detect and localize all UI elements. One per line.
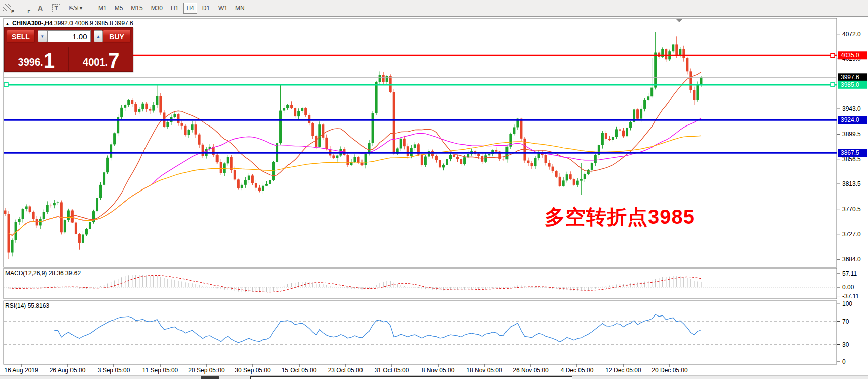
svg-text:3924.0: 3924.0 (841, 116, 859, 123)
one-click-trade-panel: SELL ▼ ▲ BUY 3996. 1 4001. 7 (4, 27, 133, 72)
text-label-button[interactable]: A (33, 2, 48, 15)
time-label: 15 Oct 05:00 (282, 367, 317, 374)
sell-button[interactable]: SELL (7, 30, 35, 43)
time-label: 20 Sep 05:00 (188, 367, 225, 374)
timeframe-button-H4[interactable]: H4 (183, 3, 197, 14)
svg-text:-37.11: -37.11 (842, 293, 859, 300)
svg-text:3943.0: 3943.0 (842, 105, 861, 112)
svg-text:3813.5: 3813.5 (842, 180, 861, 187)
price-axis: 4072.04029.03943.03899.53856.53813.53770… (837, 31, 867, 263)
buy-button[interactable]: BUY (103, 30, 131, 43)
time-label: 16 Aug 2019 (4, 367, 38, 374)
chart-symbol: CHINA300-,H4 (12, 20, 53, 27)
svg-text:0: 0 (842, 358, 846, 365)
svg-text:3867.5: 3867.5 (841, 149, 859, 156)
time-label: 26 Aug 05:00 (50, 367, 86, 374)
timeframe-button-M30[interactable]: M30 (148, 3, 166, 14)
time-label: 23 Oct 05:00 (328, 367, 363, 374)
dropdown-caret-icon: ▼ (79, 6, 83, 11)
timeframe-button-D1[interactable]: D1 (199, 3, 213, 14)
svg-text:3997.6: 3997.6 (841, 74, 859, 81)
svg-text:3684.0: 3684.0 (842, 256, 861, 263)
time-label: 4 Dec 05:00 (561, 367, 594, 374)
svg-text:3727.0: 3727.0 (842, 231, 861, 238)
svg-text:70: 70 (842, 318, 849, 325)
svg-text:4072.0: 4072.0 (842, 31, 861, 38)
grid-button[interactable]: F (17, 2, 32, 15)
time-label: 12 Dec 05:00 (605, 367, 641, 374)
hatch-style-button[interactable]: E (1, 2, 16, 15)
title-marker-icon: ▲ (5, 21, 10, 26)
sell-price-main: 3996. (18, 54, 43, 70)
text-a-icon: A (38, 4, 43, 12)
time-label: 8 Nov 05:00 (422, 367, 455, 374)
hatch-style-icon: E (3, 4, 13, 13)
svg-text:30: 30 (842, 341, 849, 348)
macd-label: MACD(12,26,9) 28.36 39.62 (5, 270, 81, 277)
cursor-tool-button[interactable]: ⇱⇲ ▼ (65, 2, 87, 15)
time-label: 20 Dec 05:00 (652, 367, 688, 374)
svg-text:57.11: 57.11 (842, 270, 857, 277)
time-label: 3 Sep 05:00 (98, 367, 130, 374)
time-label: 26 Nov 05:00 (513, 367, 549, 374)
cursor-arrows-icon: ⇱⇲ (69, 5, 77, 12)
buy-price-last-digit: 7 (108, 51, 119, 70)
rsi-label: RSI(14) 55.8163 (5, 302, 49, 309)
bottom-window-edge (250, 376, 572, 379)
volume-input[interactable] (47, 30, 91, 42)
timeframe-button-M5[interactable]: M5 (112, 3, 126, 14)
buy-price[interactable]: 4001. 7 (69, 47, 133, 72)
bottom-strip-segment (201, 376, 219, 379)
timeframe-button-MN[interactable]: MN (232, 3, 248, 14)
text-box-icon: T (52, 4, 60, 12)
time-label: 18 Nov 05:00 (466, 367, 502, 374)
text-box-button[interactable]: T (49, 2, 64, 15)
chart-title: ▲CHINA300-,H4 3992.0 4006.9 3985.8 3997.… (5, 20, 133, 27)
svg-text:3770.5: 3770.5 (842, 206, 861, 213)
svg-text:3899.5: 3899.5 (842, 131, 861, 138)
svg-text:4035.0: 4035.0 (841, 52, 859, 59)
sell-price[interactable]: 3996. 1 (5, 47, 68, 72)
chart-ohlc-values: 3992.0 4006.9 3985.8 3997.6 (54, 20, 133, 27)
toolbar-separator (90, 2, 92, 15)
svg-text:0.00: 0.00 (842, 284, 854, 291)
timeframe-button-M1[interactable]: M1 (95, 3, 110, 14)
sell-price-last-digit: 1 (44, 51, 55, 70)
macd-axis: 57.110.00-37.11 (837, 270, 859, 300)
volume-down-button[interactable]: ▼ (38, 30, 47, 42)
toolbar: E F A T ⇱⇲ ▼ M1M5M15M30H1H4D1W1MN (0, 0, 868, 17)
bottom-strip (0, 375, 868, 379)
timeframe-button-M15[interactable]: M15 (128, 3, 146, 14)
time-label: 30 Sep 05:00 (235, 367, 271, 374)
mt4-window: E F A T ⇱⇲ ▼ M1M5M15M30H1H4D1W1MN 4072.0… (0, 0, 868, 379)
time-label: 11 Sep 05:00 (142, 367, 178, 374)
svg-text:100: 100 (842, 300, 852, 307)
timeframe-group: M1M5M15M30H1H4D1W1MN (94, 3, 249, 14)
chart-canvas[interactable]: 4072.04029.03943.03899.53856.53813.53770… (0, 18, 868, 379)
timeframe-button-H1[interactable]: H1 (168, 3, 181, 14)
grid-icon: F (19, 4, 29, 13)
svg-text:3985.0: 3985.0 (841, 81, 859, 88)
volume-up-button[interactable]: ▲ (94, 30, 103, 42)
timeframe-button-W1[interactable]: W1 (215, 3, 230, 14)
chart-annotation-text: 多空转折点3985 (545, 203, 695, 231)
chart-window: 4072.04029.03943.03899.53856.53813.53770… (0, 18, 868, 375)
rsi-axis: 10070300 (837, 300, 852, 365)
toolbar-separator-2 (252, 2, 252, 15)
time-label: 31 Oct 05:00 (375, 367, 409, 374)
buy-price-main: 4001. (83, 54, 108, 70)
time-axis: 16 Aug 201926 Aug 05:003 Sep 05:0011 Sep… (4, 364, 688, 374)
rsi-pane (4, 301, 837, 364)
